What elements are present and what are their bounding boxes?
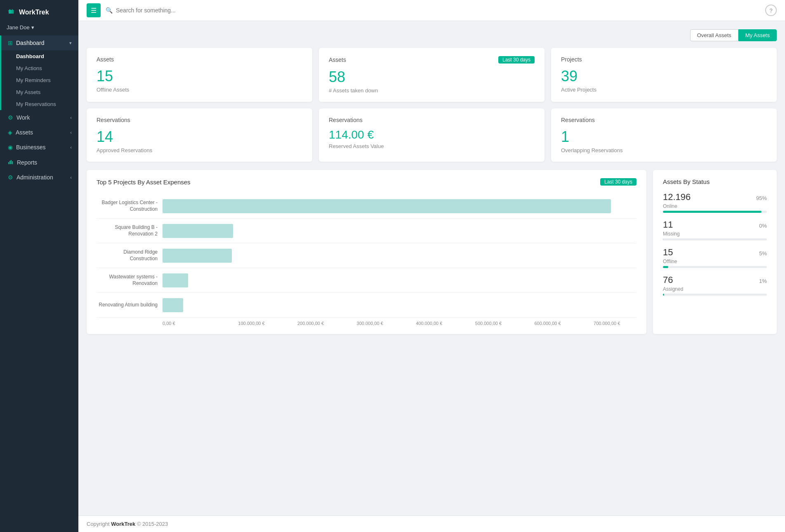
logo: WorkTrek	[0, 0, 78, 23]
sidebar-item-my-assets[interactable]: My Assets	[1, 86, 78, 98]
businesses-icon: ◉	[8, 144, 13, 151]
nav-item-assets[interactable]: ◈ Assets ‹	[1, 125, 78, 140]
nav-label-assets: Assets	[16, 129, 33, 136]
search-input[interactable]	[116, 7, 240, 14]
card-projects: Projects 39 Active Projects	[551, 48, 777, 102]
bar-row: Diamond Ridge Construction	[97, 243, 636, 268]
sidebar-item-my-actions[interactable]: My Actions	[1, 62, 78, 74]
administration-icon: ⚙	[8, 174, 13, 181]
status-item-header: 76 1%	[663, 275, 767, 285]
content-area: Overall Assets My Assets Assets 15 Offli…	[78, 21, 785, 516]
chart-header: Top 5 Projects By Asset Expenses Last 30…	[97, 178, 636, 186]
user-row[interactable]: Jane Doe ▾	[0, 23, 78, 35]
progress-bar	[663, 294, 767, 296]
bar-row: Badger Logistics Center - Construction	[97, 194, 636, 219]
nav-section-administration: ⚙ Administration ‹	[0, 170, 78, 185]
chevron-down-icon: ▾	[31, 24, 34, 31]
progress-fill	[663, 211, 761, 213]
help-icon[interactable]: ?	[765, 5, 777, 16]
status-number: 12.196	[663, 192, 691, 202]
status-number: 15	[663, 247, 673, 258]
nav-item-reports[interactable]: Reports	[1, 155, 78, 170]
card-reservations-approved: Reservations 14 Approved Reservations	[87, 108, 312, 162]
card-label: Approved Reservations	[97, 147, 302, 153]
card-title: Reservations	[329, 117, 363, 123]
nav-section-work: ⚙ Work ‹	[0, 110, 78, 125]
svg-rect-4	[11, 160, 12, 164]
nav-section-assets: ◈ Assets ‹	[0, 125, 78, 140]
card-number: 58	[329, 68, 535, 86]
status-item: 15 5% Offline	[663, 247, 767, 268]
status-item-header: 15 5%	[663, 247, 767, 258]
x-tick: 400.000,00 €	[400, 321, 459, 326]
nav-item-dashboard[interactable]: ⊞ Dashboard ▾	[1, 35, 78, 50]
nav-label-dashboard: Dashboard	[16, 40, 45, 46]
nav-item-administration[interactable]: ⚙ Administration ‹	[1, 170, 78, 185]
card-number: 114.00 €	[329, 128, 535, 141]
hamburger-button[interactable]: ☰	[87, 3, 101, 17]
bar-fill	[163, 224, 233, 238]
x-tick: 100.000,00 €	[222, 321, 281, 326]
bottom-section: Top 5 Projects By Asset Expenses Last 30…	[87, 170, 777, 334]
x-tick: 600.000,00 €	[518, 321, 578, 326]
nav-label-administration: Administration	[17, 174, 53, 181]
bar-row: Renovating Atrium building	[97, 293, 636, 318]
footer: Copyright WorkTrek © 2015-2023	[78, 516, 785, 532]
hamburger-icon: ☰	[91, 7, 97, 14]
status-pct: 1%	[759, 278, 767, 284]
status-item: 11 0% Missing	[663, 219, 767, 240]
my-assets-button[interactable]: My Assets	[738, 29, 777, 41]
progress-fill	[663, 238, 663, 240]
card-header: Reservations	[561, 117, 767, 123]
card-header: Reservations	[329, 117, 535, 123]
progress-fill	[663, 294, 664, 296]
card-number: 14	[97, 128, 302, 146]
overall-assets-button[interactable]: Overall Assets	[690, 29, 738, 41]
nav-item-businesses[interactable]: ◉ Businesses ‹	[1, 140, 78, 155]
card-title: Reservations	[97, 117, 130, 123]
bar-container	[163, 219, 636, 243]
sidebar: WorkTrek Jane Doe ▾ ⊞ Dashboard ▾ Dashbo…	[0, 0, 78, 532]
svg-rect-5	[12, 161, 13, 164]
status-label: Missing	[663, 231, 767, 237]
progress-bar	[663, 238, 767, 240]
status-label: Offline	[663, 259, 767, 264]
status-pct: 95%	[756, 195, 767, 201]
card-label: Active Projects	[561, 87, 767, 93]
card-reservations-value: Reservations 114.00 € Reserved Assets Va…	[319, 108, 545, 162]
bar-label: Diamond Ridge Construction	[97, 249, 163, 262]
progress-fill	[663, 266, 668, 268]
administration-chevron-icon: ‹	[70, 175, 72, 180]
svg-rect-3	[9, 161, 10, 164]
status-number: 11	[663, 219, 673, 230]
sidebar-item-my-reservations[interactable]: My Reservations	[1, 98, 78, 110]
work-icon: ⚙	[8, 114, 13, 121]
x-tick: 700.000,00 €	[577, 321, 636, 326]
x-axis: 0,00 €100.000,00 €200.000,00 €300.000,00…	[163, 318, 636, 326]
nav-section-businesses: ◉ Businesses ‹	[0, 140, 78, 155]
progress-bar	[663, 266, 767, 268]
assets-chevron-icon: ‹	[70, 130, 72, 135]
sidebar-item-dashboard-sub[interactable]: Dashboard	[1, 50, 78, 62]
progress-bar	[663, 211, 767, 213]
sidebar-item-my-reminders[interactable]: My Reminders	[1, 74, 78, 86]
chart-badge: Last 30 days	[600, 178, 636, 186]
card-reservations-overlapping: Reservations 1 Overlapping Reservations	[551, 108, 777, 162]
bar-label: Badger Logistics Center - Construction	[97, 200, 163, 212]
nav-label-businesses: Businesses	[16, 144, 46, 151]
card-header: Assets Last 30 days	[329, 56, 535, 64]
nav-section-dashboard: ⊞ Dashboard ▾ Dashboard My Actions My Re…	[0, 35, 78, 110]
bar-container	[163, 194, 636, 218]
card-label: Overlapping Reservations	[561, 147, 767, 153]
status-card: Assets By Status 12.196 95% Online 11 0%…	[653, 170, 777, 334]
bar-container	[163, 268, 636, 292]
card-assets-taken-down: Assets Last 30 days 58 # Assets taken do…	[319, 48, 545, 102]
card-number: 1	[561, 128, 767, 146]
cards-grid: Assets 15 Offline Assets Assets Last 30 …	[87, 48, 777, 162]
status-item-header: 12.196 95%	[663, 192, 767, 202]
bar-row: Wastewater systems - Renovation	[97, 268, 636, 293]
x-tick: 500.000,00 €	[459, 321, 518, 326]
card-title: Assets	[97, 56, 114, 63]
nav-item-work[interactable]: ⚙ Work ‹	[1, 110, 78, 125]
nav-section-reports: Reports	[0, 155, 78, 170]
